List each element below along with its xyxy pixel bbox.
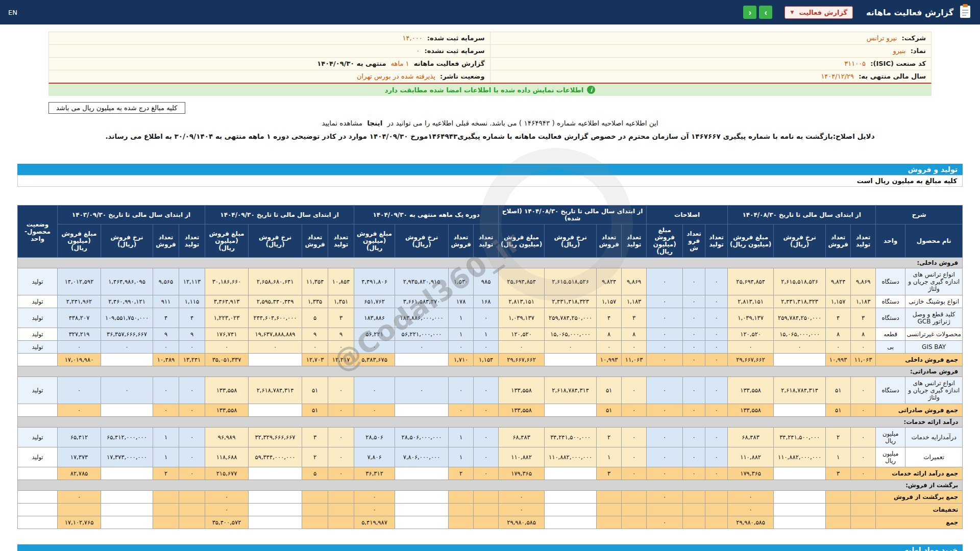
report-period-field: گزارش فعالیت ماهانه ۱ ماهه منتهی به ۱۴۰۴… xyxy=(49,58,490,70)
value-cell xyxy=(474,491,499,504)
value-cell: ۱۰۹,۵۵۱,۷۵۰,۰۰۰ xyxy=(101,308,153,328)
value-cell: ۱۱,۳۵۴ xyxy=(302,268,328,295)
field-label: کد صنعت (ISIC): xyxy=(868,60,926,67)
status-cell: تولید xyxy=(18,341,58,354)
column-header: تعداد تولید xyxy=(179,224,205,258)
value-cell: ۱۷۸ xyxy=(449,295,474,308)
value-cell xyxy=(683,491,705,504)
value-cell: ۲,۶۱۵,۵۱۸,۵۲۶ xyxy=(545,268,597,295)
value-cell xyxy=(179,504,205,516)
value-cell xyxy=(101,404,153,417)
value-cell: ۰ xyxy=(58,491,101,504)
value-cell: ۱۲,۷۰۳ xyxy=(302,354,328,366)
value-cell: ۲,۵۹۵,۴۴۰,۴۴۹ xyxy=(249,295,302,308)
value-cell: ۱ xyxy=(449,428,474,447)
value-cell: ۱,۳۳۵ xyxy=(302,295,328,308)
amounts-note-box: کلیه مبالغ درج شده به میلیون ریال می باش… xyxy=(48,102,185,114)
field-value: ۱ ماهه xyxy=(388,60,409,67)
table-row: کلید قطع و وصل ژنراتور GCBدستگاه۳۴۲۵۹,۷۸… xyxy=(18,308,963,328)
value-cell xyxy=(249,404,302,417)
value-cell: ۰ xyxy=(58,404,101,417)
value-cell: ۹۱۱ xyxy=(153,295,179,308)
fiscal-year-field: سال مالی منتهی به: ۱۴۰۴/۱۲/۲۹ xyxy=(490,70,932,83)
product-name-header: نام محصول xyxy=(905,224,963,258)
value-cell: ۵۱ xyxy=(597,404,622,417)
unit-cell: بی xyxy=(876,341,905,354)
value-cell: ۰ xyxy=(58,377,101,404)
value-cell: ۲,۴۳۱,۴۱۸,۳۲۳ xyxy=(774,295,826,308)
period-group-header: اصلاحات xyxy=(647,206,728,224)
table-row: فروش صادراتی: xyxy=(18,366,963,377)
column-header: تعداد تولید xyxy=(622,224,647,258)
unit-cell: قطعه xyxy=(876,328,905,341)
unit-header: واحد xyxy=(876,224,905,258)
value-cell xyxy=(474,516,499,529)
value-cell xyxy=(101,491,153,504)
value-cell: ۰ xyxy=(622,377,647,404)
previous-report-button[interactable]: ‹ xyxy=(743,6,756,19)
value-cell: ۰ xyxy=(395,341,449,354)
value-cell: ۳ xyxy=(302,428,328,447)
status-cell xyxy=(18,467,58,480)
value-cell: ۳۲۷,۲۱۹ xyxy=(58,328,101,341)
field-value: ۱۴۰۴/۱۲/۲۹ xyxy=(818,72,854,80)
value-cell: ۸ xyxy=(597,328,622,341)
value-cell: ۲۵۹,۷۸۴,۲۵۰,۰۰۰ xyxy=(545,308,597,328)
value-cell: ۰ xyxy=(683,308,705,328)
value-cell: ۱۶۸ xyxy=(474,295,499,308)
value-cell: ۰ xyxy=(205,341,249,354)
section-row-label: درآمد ارائه خدمات: xyxy=(18,417,963,428)
value-cell: ۱۲۰,۵۲۰ xyxy=(499,328,545,341)
value-cell: ۰ xyxy=(647,377,683,404)
table-row: تخفیفات۰۰۰۰ xyxy=(18,504,963,516)
value-cell: ۰ xyxy=(499,341,545,354)
next-report-button[interactable]: › xyxy=(759,6,772,19)
value-cell xyxy=(705,491,728,504)
column-header: تعداد فروش xyxy=(449,224,474,258)
status-cell: تولید xyxy=(18,268,58,295)
value-cell: ۹,۵۶۵ xyxy=(153,268,179,295)
value-cell: ۱,۱۵۷ xyxy=(826,295,851,308)
value-cell: ۰ xyxy=(683,377,705,404)
value-cell: ۰ xyxy=(683,354,705,366)
value-cell: ۰ xyxy=(647,447,683,467)
value-cell: ۰ xyxy=(205,504,249,516)
value-cell: ۳۴,۲۴۱,۵۰۰,۰۰۰ xyxy=(545,428,597,447)
product-name-cell: انواع بوشینگ خازنی xyxy=(905,295,963,308)
value-cell: ۲۹,۹۸۰,۵۸۵ xyxy=(499,516,545,529)
page-title: گزارش فعالیت ماهانه xyxy=(866,8,953,17)
product-name-cell: انواع ترانس های اندازه گیری جریان و ولتا… xyxy=(905,268,963,295)
value-cell: ۱,۱۸۳ xyxy=(622,295,647,308)
value-cell: ۲,۸۱۳,۱۵۱ xyxy=(499,295,545,308)
value-cell: ۱۷,۱۰۲,۷۶۵ xyxy=(58,516,101,529)
previous-version-link[interactable]: اینجا xyxy=(367,119,382,127)
value-cell: ۰ xyxy=(474,308,499,328)
value-cell xyxy=(545,354,597,366)
value-cell xyxy=(302,504,328,516)
info-icon: i xyxy=(587,86,595,94)
status-cell: تولید xyxy=(18,377,58,404)
value-cell xyxy=(774,491,826,504)
desc-header: شرح xyxy=(876,206,963,224)
value-cell: ۰ xyxy=(647,467,683,480)
value-cell: ۰ xyxy=(328,428,354,447)
report-type-dropdown[interactable]: گزارش فعالیت ▼ xyxy=(785,6,853,19)
company-info-row: نماد: بنیرو سرمایه ثبت نشده: ۰ xyxy=(48,44,932,57)
value-cell: ۱۳۳,۵۵۸ xyxy=(205,404,249,417)
value-cell: ۰ xyxy=(705,447,728,467)
value-cell: ۲,۴۳۱,۴۱۸,۳۲۳ xyxy=(545,295,597,308)
company-info: شرکت: نیرو ترانس سرمایه ثبت شده: ۱۴,۰۰۰ … xyxy=(48,32,932,96)
column-header: نرخ فروش (ریال) xyxy=(545,224,597,258)
value-cell xyxy=(249,491,302,504)
value-cell: ۳۶,۳۵۷,۶۶۶,۶۶۷ xyxy=(101,328,153,341)
language-toggle[interactable]: EN xyxy=(8,9,17,16)
unregistered-capital-field: سرمایه ثبت نشده: ۰ xyxy=(49,45,490,57)
value-cell: ۴ xyxy=(826,308,851,328)
value-cell: ۱۱۰,۸۸۲ xyxy=(499,447,545,467)
value-cell: ۳۴,۲۴۱,۵۰۰,۰۰۰ xyxy=(774,428,826,447)
value-cell: ۰ xyxy=(851,447,876,467)
value-cell: ۱۳,۲۴۱ xyxy=(179,354,205,366)
column-header: نرخ فروش (ریال) xyxy=(249,224,302,258)
value-cell: ۱,۳۵۱ xyxy=(328,295,354,308)
value-cell: ۰ xyxy=(647,404,683,417)
